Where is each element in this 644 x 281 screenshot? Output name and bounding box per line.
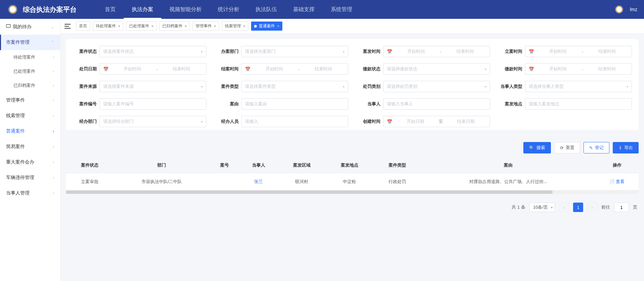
sidebar-item-major-case[interactable]: 重大案件会办› <box>0 154 60 170</box>
th-caseno: 案号 <box>210 157 239 173</box>
placeholder: 开始时间 <box>395 48 437 55</box>
tab-clue[interactable]: 线索管理× <box>222 22 248 31</box>
top-nav: 首页 执法办案 视频智能分析 统计分析 执法队伍 基础支撑 系统管理 <box>97 0 614 19</box>
placeholder: 请选择案件来源 <box>103 83 201 90</box>
daterange-file-time[interactable]: 📅开始时间-结束时间 <box>525 46 632 57</box>
chevron-down-icon: ▾ <box>627 85 628 89</box>
close-icon[interactable]: × <box>277 24 279 29</box>
sidebar-item-pending[interactable]: 待处理案件› <box>0 50 60 64</box>
label-case-source: 案件来源 <box>73 83 97 90</box>
select-pay-status[interactable]: 请选择缴款状态▾ <box>383 63 490 75</box>
search-button[interactable]: 🔍搜索 <box>523 142 551 153</box>
page-size-select[interactable]: 10条/页 <box>529 203 555 212</box>
sidebar-sub-label: 已归档案件 <box>13 82 35 89</box>
nav-team[interactable]: 执法队伍 <box>247 0 285 19</box>
input-occur-place[interactable]: 请输入案发地点 <box>525 98 632 110</box>
close-icon[interactable]: × <box>243 24 245 29</box>
nav-enforcement[interactable]: 执法办案 <box>124 0 161 19</box>
sidebar-label: 我的待办 <box>13 24 32 29</box>
horizontal-scrollbar[interactable] <box>66 190 639 194</box>
sidebar-item-archived[interactable]: 已归档案件› <box>0 78 60 93</box>
nav-stats[interactable]: 统计分析 <box>210 0 247 19</box>
sidebar-toggle-icon[interactable] <box>65 24 71 29</box>
select-case-source[interactable]: 请选择案件来源▾ <box>99 81 206 92</box>
calendar-icon: 📅 <box>103 67 109 72</box>
reset-button[interactable]: ⟳重置 <box>554 142 580 153</box>
sidebar-group-case-mgmt[interactable]: 市案件管理 ⌃ <box>0 35 60 50</box>
close-icon[interactable]: × <box>214 24 216 29</box>
label-occur-time: 案发时间 <box>356 48 380 55</box>
daterange-occur-time[interactable]: 📅开始时间-结束时间 <box>383 46 490 57</box>
tab-event[interactable]: 管理事件× <box>193 22 219 31</box>
label-case-type: 案件类型 <box>214 83 239 90</box>
sidebar-item-processed[interactable]: 已处理案件› <box>0 64 60 78</box>
sidebar-item-clue[interactable]: 线索管理› <box>0 108 60 124</box>
cell-party-link[interactable]: 张三 <box>239 173 278 190</box>
page-number[interactable]: 1 <box>573 203 583 212</box>
sidebar-item-vehicle[interactable]: 车辆违停管理› <box>0 170 60 185</box>
placeholder: 请选择处罚类别 <box>387 83 485 90</box>
daterange-pay-time[interactable]: 📅开始时间-结束时间 <box>525 63 632 75</box>
tab-home[interactable]: 首页 <box>76 22 90 31</box>
nav-video[interactable]: 视频智能分析 <box>161 0 210 19</box>
label-case-no: 案件编号 <box>73 101 97 107</box>
table-row: 立案审批 市容执法中队/二中队 张三 联河村 中淀粉 行政处罚 对擅自占用道路、… <box>66 173 639 190</box>
cell-place: 中淀粉 <box>326 173 373 190</box>
close-icon[interactable]: × <box>118 24 120 29</box>
chevron-down-icon: ▾ <box>201 85 203 89</box>
close-icon[interactable]: × <box>151 24 154 29</box>
cell-status: 立案审批 <box>66 173 114 190</box>
tab-processed[interactable]: 已处理案件× <box>126 22 157 31</box>
label-party-type: 当事人类型 <box>498 83 522 90</box>
goto-page-input[interactable] <box>614 203 629 212</box>
username[interactable]: lmz <box>630 7 637 12</box>
register-button[interactable]: ✎登记 <box>583 142 609 153</box>
input-case-no[interactable]: 请输入案件编号 <box>99 98 206 110</box>
close-icon[interactable]: × <box>185 24 187 29</box>
sidebar-item-event[interactable]: 管理事件› <box>0 93 60 108</box>
label-punish-kind: 处罚类别 <box>356 83 380 90</box>
tab-label: 线索管理 <box>225 23 241 29</box>
daterange-punish-date[interactable]: 📅开始时间-结束时间 <box>99 63 206 75</box>
placeholder: 结束时间 <box>160 66 203 72</box>
page-size-label: 10条/页 <box>533 204 548 210</box>
nav-support[interactable]: 基础支撑 <box>285 0 323 19</box>
select-handle-dept[interactable]: 请选择经办部门▾ <box>99 116 206 127</box>
cell-view-link[interactable]: 📄 查看 <box>595 173 639 190</box>
input-party[interactable]: 请输入当事人 <box>383 98 490 110</box>
daterange-close-time[interactable]: 📅开始时间-结束时间 <box>241 63 348 75</box>
input-cause[interactable]: 请输入案由 <box>241 98 348 110</box>
label-pay-time: 缴款时间 <box>498 66 522 72</box>
tab-archived[interactable]: 已归档案件× <box>159 22 190 31</box>
sidebar-item-simple-case[interactable]: 简易案件› <box>0 139 60 154</box>
chevron-down-icon: ▾ <box>343 50 345 54</box>
select-dept[interactable]: 请选择办案部门▾ <box>241 46 348 57</box>
nav-home[interactable]: 首页 <box>97 0 124 19</box>
daterange-create-time[interactable]: 📅开始日期至结束日期 <box>383 116 490 127</box>
select-punish-kind[interactable]: 请选择处罚类别▾ <box>383 81 490 92</box>
nav-system[interactable]: 系统管理 <box>323 0 360 19</box>
goto-suffix: 页 <box>633 204 637 210</box>
select-case-status[interactable]: 请选择案件状态▾ <box>99 46 206 57</box>
sidebar-item-party[interactable]: 当事人管理› <box>0 185 60 201</box>
search-icon: 🔍 <box>529 145 534 150</box>
export-button[interactable]: ⇩导出 <box>613 142 639 153</box>
sidebar-item-normal-case[interactable]: 普通案件› <box>0 124 60 139</box>
label-handler: 经办人员 <box>214 118 239 125</box>
sidebar-label: 市案件管理 <box>6 39 30 45</box>
next-page-button[interactable]: › <box>587 203 597 212</box>
user-avatar-icon[interactable] <box>614 4 625 15</box>
tab-label: 普通案件 <box>259 23 275 29</box>
input-handler[interactable]: 请输入 <box>241 116 348 127</box>
tab-normal-case[interactable]: 普通案件× <box>251 22 282 31</box>
button-label: 搜索 <box>536 145 545 151</box>
sidebar-sub-label: 待处理案件 <box>13 54 35 60</box>
total-text: 共 1 条 <box>512 204 525 210</box>
sidebar-group-todo[interactable]: 我的待办 ⌄ <box>0 19 60 35</box>
scrollbar-thumb[interactable] <box>66 190 553 194</box>
chevron-right-icon: › <box>53 144 54 149</box>
select-party-type[interactable]: 请选择当事人类型▾ <box>525 81 632 92</box>
tab-pending[interactable]: 待处理案件× <box>93 22 123 31</box>
select-case-type[interactable]: 请选择案件类型▾ <box>241 81 348 92</box>
prev-page-button[interactable]: ‹ <box>559 203 569 212</box>
